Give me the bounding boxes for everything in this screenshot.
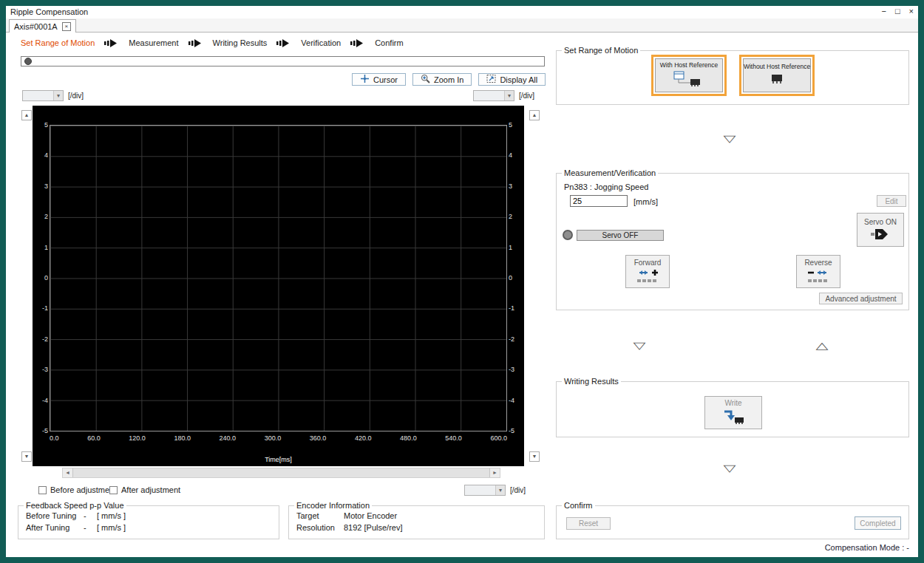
restore-button[interactable]: □ xyxy=(895,7,900,16)
tab-label: Axis#0001A xyxy=(14,22,58,31)
y-tick-label: 5 xyxy=(509,121,512,129)
cursor-button[interactable]: Cursor xyxy=(352,73,406,86)
encoder-row: Target Motor Encoder xyxy=(296,511,397,520)
after-tuning-unit: [ mm/s ] xyxy=(97,523,126,532)
before-adjustment-label: Before adjustment xyxy=(50,485,116,494)
after-adjustment-checkbox[interactable] xyxy=(109,486,118,494)
scroll-up-left-button[interactable]: ▲ xyxy=(21,110,32,120)
group-title: Measurement/Verification xyxy=(562,168,658,177)
advanced-adjustment-button[interactable]: Advanced adjustment xyxy=(819,293,903,304)
window-controls: − □ × xyxy=(881,7,914,16)
zoom-in-button[interactable]: Zoom In xyxy=(412,73,472,86)
without-host-highlight: Without Host Reference xyxy=(739,55,815,96)
encoder-target-label: Target xyxy=(296,511,344,520)
before-adjustment-checkbox[interactable] xyxy=(38,486,47,494)
x-tick-label: 60.0 xyxy=(87,434,101,442)
trackbar-thumb[interactable] xyxy=(24,58,32,65)
writing-results-group: Writing Results Write xyxy=(556,381,909,437)
before-tuning-value: - xyxy=(84,511,97,520)
step-set-range-of-motion: Set Range of Motion xyxy=(21,38,95,47)
y-axis-ticks-right: 543210-1-2-3-4-5 xyxy=(509,121,522,434)
y-tick-label: -4 xyxy=(42,397,48,404)
y-div-select-left[interactable]: ▾ xyxy=(22,90,64,101)
step-arrow-icon xyxy=(350,39,365,47)
display-all-button-label: Display All xyxy=(500,75,537,84)
step-writing-results: Writing Results xyxy=(213,38,268,47)
y-tick-label: -3 xyxy=(509,366,514,373)
step-verification: Verification xyxy=(301,38,341,47)
step-measurement: Measurement xyxy=(129,38,178,47)
completed-button[interactable]: Completed xyxy=(855,516,901,530)
y-tick-label: 1 xyxy=(44,244,48,251)
display-all-icon xyxy=(486,74,496,85)
right-arrow-icon[interactable]: ► xyxy=(490,468,500,477)
tab-axis-0001a[interactable]: Axis#0001A × xyxy=(9,19,76,33)
position-trackbar[interactable] xyxy=(21,56,545,66)
encoder-target-value: Motor Encoder xyxy=(344,511,397,520)
x-tick-label: 600.0 xyxy=(490,434,507,442)
minimize-button[interactable]: − xyxy=(881,7,886,16)
reset-button[interactable]: Reset xyxy=(566,517,611,530)
x-tick-label: 420.0 xyxy=(355,434,372,442)
set-range-of-motion-group: Set Range of Motion With Host Reference … xyxy=(556,50,909,105)
feedback-row: Before Tuning - [ mm/s ] xyxy=(26,511,126,520)
horizontal-scrollbar[interactable]: ◄ ► xyxy=(62,468,500,478)
forward-label: Forward xyxy=(634,259,662,267)
y-div-select-bottom[interactable]: ▾ xyxy=(464,485,506,496)
servo-on-button[interactable]: Servo ON xyxy=(857,213,904,247)
with-host-highlight: With Host Reference xyxy=(651,55,727,96)
y-tick-label: -5 xyxy=(509,427,514,434)
completed-label: Completed xyxy=(860,519,895,528)
cursor-button-label: Cursor xyxy=(373,75,398,84)
down-arrow-icon: ▼ xyxy=(532,454,537,459)
write-button[interactable]: Write xyxy=(704,396,762,429)
title-bar: Ripple Compensation − □ × xyxy=(6,6,918,18)
group-title: Feedback Speed p-p Value xyxy=(24,501,126,510)
edit-button-label: Edit xyxy=(885,197,897,205)
x-tick-label: 360.0 xyxy=(310,434,327,442)
y-tick-label: -1 xyxy=(42,304,48,312)
pn383-label: Pn383 : Jogging Speed xyxy=(564,182,648,191)
scroll-up-right-button[interactable]: ▲ xyxy=(529,110,540,120)
window-title: Ripple Compensation xyxy=(10,7,88,16)
with-host-reference-button[interactable]: With Host Reference xyxy=(655,58,723,92)
servo-on-label: Servo ON xyxy=(864,218,897,226)
feedback-speed-group: Feedback Speed p-p Value Before Tuning -… xyxy=(18,505,279,539)
y-div-label-left: [/div] xyxy=(68,92,84,100)
servo-off-button[interactable]: Servo OFF xyxy=(577,230,664,241)
y-tick-label: -1 xyxy=(509,304,514,312)
x-tick-label: 0.0 xyxy=(50,434,59,442)
scroll-down-right-button[interactable]: ▼ xyxy=(529,451,540,462)
group-title: Confirm xyxy=(562,501,595,510)
scroll-down-left-button[interactable]: ▼ xyxy=(21,451,32,462)
after-tuning-value: - xyxy=(84,523,97,532)
servo-off-label: Servo OFF xyxy=(602,231,639,239)
reverse-button[interactable]: Reverse xyxy=(796,255,840,288)
display-all-button[interactable]: Display All xyxy=(478,73,546,86)
step-arrow-icon xyxy=(188,39,203,47)
step-confirm: Confirm xyxy=(375,38,404,47)
without-host-reference-button[interactable]: Without Host Reference xyxy=(743,58,811,92)
x-axis-title: Time[ms] xyxy=(33,456,524,463)
group-title: Set Range of Motion xyxy=(562,46,640,55)
y-div-label-right: [/div] xyxy=(519,92,534,100)
measurement-verification-group: Measurement/Verification Pn383 : Jogging… xyxy=(556,173,909,310)
flow-down-triangle: ▽ xyxy=(633,340,646,351)
y-div-select-right[interactable]: ▾ xyxy=(473,90,514,101)
forward-button[interactable]: Forward xyxy=(625,255,670,288)
plot-grid xyxy=(50,125,507,431)
jogging-speed-input[interactable] xyxy=(570,195,628,207)
x-tick-label: 180.0 xyxy=(174,434,191,442)
scrollbar-thumb[interactable] xyxy=(72,468,490,477)
y-tick-label: 4 xyxy=(44,151,48,159)
y-tick-label: 2 xyxy=(509,213,512,220)
y-tick-label: -5 xyxy=(42,427,48,434)
cursor-icon xyxy=(360,74,370,85)
tab-close-icon[interactable]: × xyxy=(62,22,71,31)
left-arrow-icon[interactable]: ◄ xyxy=(63,468,72,477)
y-tick-label: 0 xyxy=(509,274,512,282)
x-axis-ticks: 0.060.0120.0180.0240.0300.0360.0420.0480… xyxy=(50,434,507,442)
close-button[interactable]: × xyxy=(909,7,914,16)
edit-button[interactable]: Edit xyxy=(877,195,906,207)
write-to-device-icon xyxy=(721,409,745,426)
